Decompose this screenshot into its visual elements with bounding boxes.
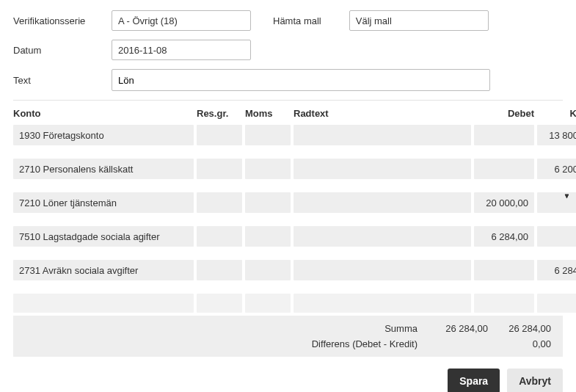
cell-moms[interactable] (245, 226, 291, 247)
cell-kredit[interactable] (537, 294, 576, 313)
cell-moms[interactable] (245, 192, 291, 213)
col-debet: Debet (474, 108, 534, 119)
cell-konto[interactable]: 7510 Lagstadgade sociala agifter (13, 226, 194, 247)
cell-resgr[interactable] (197, 125, 242, 145)
cell-resgr[interactable] (197, 226, 242, 247)
col-radtext: Radtext (294, 108, 471, 119)
series-label: Verifikationsserie (13, 15, 106, 26)
cell-moms[interactable] (245, 260, 291, 280)
save-button[interactable]: Spara (448, 369, 500, 392)
voucher-table: Konto Res.gr. Moms Radtext Debet Kredit … (13, 108, 563, 357)
col-moms: Moms (245, 108, 291, 119)
row-spacer (13, 181, 563, 190)
cell-konto[interactable] (13, 294, 194, 313)
table-row: 2710 Personalens källskatt6 200,00 (13, 159, 563, 179)
table-row: 7210 Löner tjänstemän20 000,00 (13, 192, 563, 213)
date-value: 2016-11-08 (118, 45, 167, 56)
cell-debet[interactable]: 6 284,00 (474, 226, 534, 247)
cancel-button[interactable]: Avbryt (507, 369, 563, 392)
cell-moms[interactable] (245, 159, 291, 179)
chevron-down-icon: ▼ (564, 192, 570, 200)
summary-block: Summa 26 284,00 26 284,00 Differens (Deb… (13, 316, 563, 357)
row-spacer (13, 283, 563, 291)
row-spacer (13, 215, 563, 224)
col-konto: Konto (13, 108, 194, 119)
cell-resgr[interactable] (197, 294, 242, 313)
cell-kredit[interactable]: 6 200,00 (537, 159, 576, 179)
cell-radtext[interactable] (294, 159, 471, 179)
template-select[interactable]: Välj mall ▼ (349, 10, 489, 31)
cell-konto[interactable]: 2710 Personalens källskatt (13, 159, 194, 179)
cell-moms[interactable] (245, 294, 291, 313)
cell-kredit[interactable]: 13 800,00 (537, 125, 576, 145)
cell-kredit[interactable]: 6 284,00 (537, 260, 576, 280)
cell-radtext[interactable] (294, 192, 471, 213)
cell-debet[interactable] (474, 294, 534, 313)
cell-debet[interactable] (474, 159, 534, 179)
cell-moms[interactable] (245, 125, 291, 145)
text-input[interactable] (112, 69, 490, 91)
cell-konto[interactable]: 2731 Avräkn sociala avgifter (13, 260, 194, 280)
cell-konto[interactable]: 7210 Löner tjänstemän (13, 192, 194, 213)
row-spacer (13, 148, 563, 156)
cell-konto[interactable]: 1930 Företagskonto (13, 125, 194, 145)
cell-kredit[interactable] (537, 226, 576, 247)
text-label: Text (13, 75, 106, 86)
diff-label: Differens (Debet - Kredit) (19, 338, 431, 349)
cell-kredit[interactable] (537, 192, 576, 213)
row-spacer (13, 249, 563, 258)
cell-radtext[interactable] (294, 125, 471, 145)
col-kredit: Kredit (537, 108, 576, 119)
table-row: 7510 Lagstadgade sociala agifter6 284,00 (13, 226, 563, 247)
summa-label: Summa (19, 323, 431, 334)
cell-resgr[interactable] (197, 159, 242, 179)
series-value: A - Övrigt (18) (118, 15, 178, 26)
summa-kredit: 26 284,00 (497, 323, 557, 334)
table-empty-row[interactable] (13, 294, 563, 313)
cell-resgr[interactable] (197, 260, 242, 280)
cell-debet[interactable] (474, 260, 534, 280)
template-label: Hämta mall (273, 15, 343, 26)
col-resgr: Res.gr. (197, 108, 242, 119)
series-select[interactable]: A - Övrigt (18) ▼ (112, 10, 251, 31)
template-value: Välj mall (356, 15, 392, 26)
date-select[interactable]: 2016-11-08 ▼ (112, 40, 251, 60)
cell-resgr[interactable] (197, 192, 242, 213)
table-row: 2731 Avräkn sociala avgifter6 284,00 (13, 260, 563, 280)
date-label: Datum (13, 45, 106, 56)
cell-debet[interactable]: 20 000,00 (474, 192, 534, 213)
summa-debet: 26 284,00 (434, 323, 494, 334)
diff-spacer (434, 338, 494, 349)
diff-value: 0,00 (497, 338, 557, 349)
cell-radtext[interactable] (294, 294, 471, 313)
cell-debet[interactable] (474, 125, 534, 145)
cell-radtext[interactable] (294, 226, 471, 247)
table-row: 1930 Företagskonto13 800,00 (13, 125, 563, 145)
divider (13, 100, 563, 101)
cell-radtext[interactable] (294, 260, 471, 280)
